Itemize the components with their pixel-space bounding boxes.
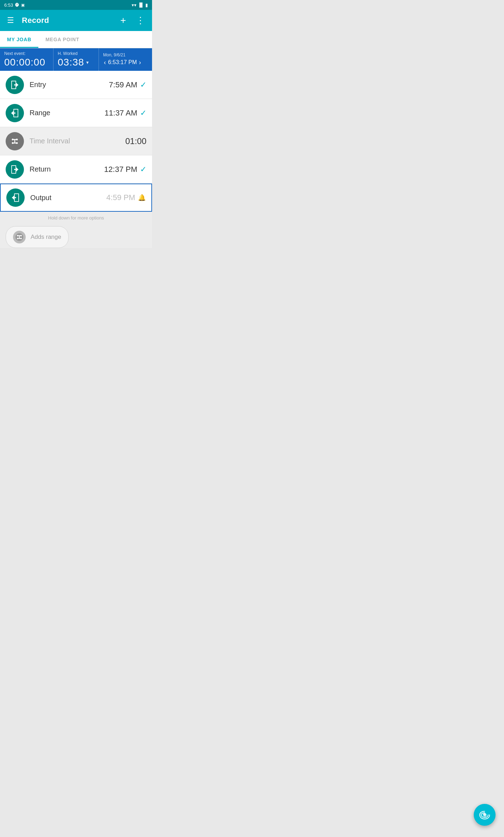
return-time-value: 12:37 PM	[104, 165, 137, 174]
wifi-icon: ▾▾	[132, 2, 137, 8]
entry-icon	[6, 76, 24, 94]
status-bar: 6:53 🅟 ▣ ▾▾ ▐▌ ▮	[0, 0, 152, 10]
status-left: 6:53 🅟 ▣	[4, 2, 25, 8]
add-button[interactable]: +	[119, 13, 127, 27]
sim-icon: ▣	[21, 3, 25, 7]
next-date-button[interactable]: ›	[138, 58, 142, 67]
adds-range-icon	[13, 231, 26, 243]
door-in-icon	[9, 79, 20, 91]
svg-point-15	[12, 142, 14, 144]
range-label: Range	[30, 109, 105, 117]
date-value: 6:53:17 PM	[108, 59, 137, 66]
entry-label: Entry	[30, 81, 109, 89]
door-return-icon	[9, 164, 20, 175]
record-row-return[interactable]: Return 12:37 PM ✓	[0, 155, 152, 184]
range-time: 11:37 AM ✓	[105, 108, 146, 118]
h-worked-label: H. Worked	[58, 51, 94, 56]
range-time-value: 11:37 AM	[105, 108, 137, 118]
entry-time-value: 7:59 AM	[109, 80, 137, 89]
next-event-label: Next event:	[4, 51, 49, 56]
return-time: 12:37 PM ✓	[104, 165, 146, 174]
chevron-down-icon: ▾	[86, 60, 89, 65]
app-bar: ☰ Record + ⋮	[0, 10, 152, 31]
svg-point-32	[20, 235, 22, 236]
svg-point-34	[20, 238, 22, 239]
entry-check-icon: ✓	[140, 80, 146, 89]
battery-icon: ▮	[145, 2, 148, 8]
return-check-icon: ✓	[140, 165, 146, 174]
date-cell: Mon, 9/6/21 ‹ 6:53:17 PM ›	[99, 48, 152, 71]
output-time-value: 4:59 PM	[106, 193, 135, 202]
menu-button[interactable]: ☰	[6, 14, 15, 26]
return-icon	[6, 160, 24, 179]
fork-icon	[9, 136, 20, 147]
tab-my-joab[interactable]: MY JOAB	[0, 31, 38, 48]
record-row-range[interactable]: Range 11:37 AM ✓	[0, 99, 152, 127]
h-worked-value: 03:38	[58, 57, 84, 68]
time-interval-value: 01:00	[125, 136, 146, 146]
record-row-entry[interactable]: Entry 7:59 AM ✓	[0, 71, 152, 99]
svg-point-33	[17, 238, 18, 239]
date-nav: ‹ 6:53:17 PM ›	[103, 58, 148, 67]
time-interval-time: 01:00	[125, 136, 146, 146]
svg-point-31	[17, 235, 18, 236]
tab-mega-point[interactable]: MEGA POINT	[38, 31, 86, 48]
door-out-icon	[9, 107, 20, 119]
door-output-icon	[10, 192, 21, 203]
output-time: 4:59 PM 🔔	[106, 193, 146, 202]
data-icon: 🅟	[15, 3, 19, 7]
status-right: ▾▾ ▐▌ ▮	[132, 2, 148, 8]
more-button[interactable]: ⋮	[134, 14, 146, 27]
time-header: Next event: 00:00:00 H. Worked 03:38 ▾ M…	[0, 48, 152, 71]
time-interval-label: Time Interval	[30, 137, 125, 145]
record-row-time-interval: Time Interval 01:00	[0, 127, 152, 155]
adds-range-label: Adds range	[31, 234, 61, 241]
svg-point-16	[16, 142, 18, 144]
entry-time: 7:59 AM ✓	[109, 80, 146, 89]
signal-icon: ▐▌	[138, 2, 144, 7]
h-worked-cell[interactable]: H. Worked 03:38 ▾	[53, 48, 99, 71]
app-bar-title: Record	[22, 16, 49, 25]
svg-point-13	[12, 138, 14, 140]
next-event-value: 00:00:00	[4, 57, 49, 68]
return-label: Return	[30, 165, 104, 173]
tabs: MY JOAB MEGA POINT	[0, 31, 152, 48]
time-interval-icon	[6, 132, 24, 150]
range-icon	[6, 104, 24, 122]
output-icon	[6, 188, 25, 207]
alarm-bell-icon: 🔔	[138, 194, 146, 202]
record-row-output[interactable]: Output 4:59 PM 🔔	[0, 184, 152, 212]
app-bar-right: + ⋮	[119, 13, 146, 27]
next-event-cell: Next event: 00:00:00	[0, 48, 53, 71]
app-bar-left: ☰ Record	[6, 14, 49, 26]
output-label: Output	[30, 194, 106, 202]
prev-date-button[interactable]: ‹	[103, 58, 107, 67]
range-check-icon: ✓	[140, 108, 146, 118]
records-list: Entry 7:59 AM ✓ Range 11:37 AM ✓	[0, 71, 152, 248]
date-label: Mon, 9/6/21	[103, 52, 148, 57]
adds-range-button[interactable]: Adds range	[6, 226, 69, 248]
status-time: 6:53	[4, 2, 13, 8]
svg-point-14	[16, 138, 18, 140]
fork-small-icon	[15, 233, 23, 241]
hold-hint: Hold down for more options	[0, 212, 152, 223]
h-worked-row: 03:38 ▾	[58, 57, 94, 68]
